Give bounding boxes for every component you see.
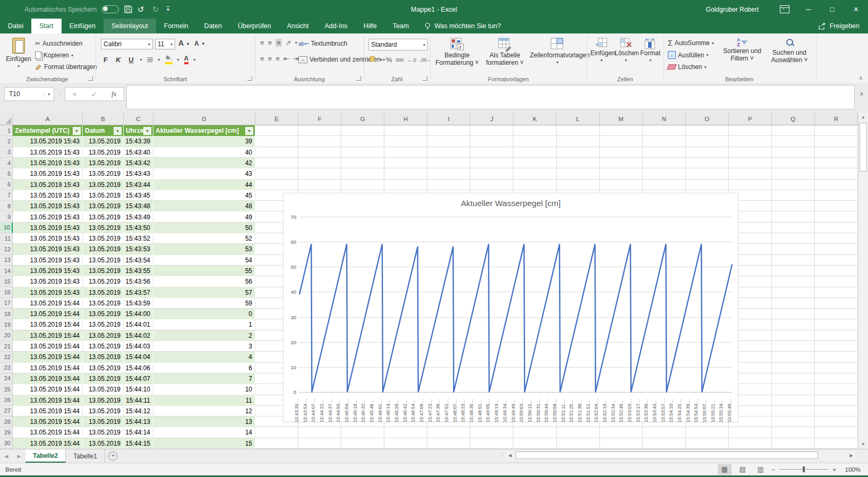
align-bottom-button[interactable]: ≡ [276,39,282,47]
table-row[interactable]: 13.05.2019 15:4413.05.201915:44:1010 [13,384,255,395]
row-header-27[interactable]: 27 [0,406,13,416]
table-cell[interactable]: 59 [153,298,255,309]
paste-button[interactable]: Einfügen ▾ [4,38,33,70]
row-header-29[interactable]: 29 [0,427,13,438]
table-cell[interactable]: 15:43:44 [124,179,153,190]
table-cell[interactable]: 13.05.2019 15:43 [13,255,83,266]
table-cell[interactable]: 13.05.2019 15:44 [13,373,83,384]
table-cell[interactable]: 13.05.2019 15:43 [13,179,83,190]
sheet-nav-right-icon[interactable]: ▶ [13,449,25,463]
table-cell[interactable]: 13.05.2019 15:44 [13,395,83,405]
format-painter-button[interactable]: Format übertragen [35,63,97,71]
decrease-font-button[interactable]: A▼ [194,40,205,47]
row-header-24[interactable]: 24 [0,373,13,384]
table-cell[interactable]: 15:43:45 [124,190,153,201]
filter-dropdown-icon[interactable]: ▼ [73,127,81,135]
table-cell[interactable]: 13.05.2019 [83,287,124,297]
table-cell[interactable]: 40 [153,147,255,158]
table-cell[interactable]: 13.05.2019 15:43 [13,201,83,211]
row-header-13[interactable]: 13 [0,255,13,266]
share-button[interactable]: Freigeben [810,19,868,33]
table-cell[interactable]: 13.05.2019 15:44 [13,352,83,362]
font-dialog-launcher[interactable] [247,76,252,81]
table-cell[interactable]: 13.05.2019 [83,276,124,287]
ribbon-display-options-button[interactable] [772,0,796,19]
row-header-3[interactable]: 3 [0,147,13,158]
table-cell[interactable]: 13.05.2019 [83,158,124,168]
table-cell[interactable]: 15:43:53 [124,244,153,254]
column-header-R[interactable]: R [815,113,858,125]
bold-button[interactable]: F [102,56,109,64]
column-header-M[interactable]: M [600,113,643,125]
table-cell[interactable]: 6 [153,363,255,373]
cell-styles-button[interactable]: Zellenformatvorlagen ▾ [530,38,585,66]
table-cell[interactable]: 13.05.2019 15:43 [13,168,83,179]
horizontal-scrollbar[interactable]: ◀ ▶ [505,451,856,460]
column-header-F[interactable]: F [298,113,341,125]
alignment-dialog-launcher[interactable] [356,76,361,81]
table-cell[interactable]: 13.05.2019 15:43 [13,223,83,233]
sheet-nav-left-icon[interactable]: ◀ [0,449,13,463]
insert-cells-button[interactable]: Einfügen ▾ [590,38,613,64]
row-header-5[interactable]: 5 [0,168,13,179]
table-row[interactable]: 13.05.2019 15:4413.05.201915:44:1111 [13,395,255,405]
table-cell[interactable]: 56 [153,276,255,287]
font-size-combo[interactable]: 11 ▾ [155,39,175,49]
column-header-N[interactable]: N [643,113,686,125]
autosum-button[interactable]: Σ AutoSumme ▾ [668,39,714,47]
table-cell[interactable]: 11 [153,395,255,405]
comma-style-button[interactable]: 000 [396,57,404,63]
row-header-11[interactable]: 11 [0,233,13,244]
table-cell[interactable]: 15:43:57 [124,287,153,297]
filter-dropdown-icon[interactable]: ▼ [114,127,122,135]
table-row[interactable]: 13.05.2019 15:4313.05.201915:43:3939 [13,136,255,147]
table-cell[interactable]: 13.05.2019 [83,309,124,319]
underline-button[interactable]: U [127,56,135,64]
vertical-scrollbar[interactable]: ▲ ▼ [858,113,868,449]
row-header-12[interactable]: 12 [0,244,13,254]
column-header-J[interactable]: J [470,113,513,125]
table-cell[interactable]: 13.05.2019 [83,352,124,362]
table-cell[interactable]: 14 [153,427,255,438]
table-cell[interactable]: 13.05.2019 15:43 [13,287,83,297]
ribbon-tab--berpr-fen[interactable]: Überprüfen [230,19,279,33]
table-cell[interactable]: 39 [153,136,255,147]
chart-object[interactable]: Aktueller Wasserpegel [cm] 0102030405060… [283,193,738,422]
column-header-G[interactable]: G [341,113,384,125]
table-cell[interactable]: 13.05.2019 [83,298,124,309]
row-header-15[interactable]: 15 [0,276,13,287]
table-cell[interactable]: 13.05.2019 [83,427,124,438]
grid-body[interactable]: 1234567891011121314151617181920212223242… [0,125,858,449]
table-cell[interactable]: 13.05.2019 [83,136,124,147]
decrease-indent-button[interactable]: ⇤ [283,55,289,63]
format-cells-button[interactable]: Format ▾ [639,38,661,64]
zoom-slider-handle[interactable] [803,466,805,472]
row-header-18[interactable]: 18 [0,309,13,319]
table-cell[interactable]: 13.05.2019 [83,416,124,427]
table-cell[interactable]: 13.05.2019 15:44 [13,330,83,341]
table-cell[interactable]: 15:43:52 [124,233,153,244]
table-row[interactable]: 13.05.2019 15:4413.05.201915:44:1414 [13,427,255,438]
table-cell[interactable]: 4 [153,352,255,362]
filter-dropdown-icon[interactable]: ▼ [143,127,151,135]
table-cell[interactable]: 13.05.2019 [83,438,124,449]
table-cell[interactable]: 13.05.2019 [83,147,124,158]
table-cell[interactable]: 13.05.2019 15:44 [13,298,83,309]
table-cell[interactable]: 15:43:43 [124,168,153,179]
table-row[interactable]: 13.05.2019 15:4313.05.201915:43:4545 [13,190,255,201]
zoom-out-button[interactable]: − [772,466,776,473]
font-color-button[interactable]: A [184,55,189,64]
table-cell[interactable]: 15:44:00 [124,309,153,319]
table-cell[interactable]: 54 [153,255,255,266]
row-header-20[interactable]: 20 [0,330,13,341]
borders-button[interactable]: ⊞ [147,55,153,64]
column-header-H[interactable]: H [384,113,427,125]
column-header-P[interactable]: P [729,113,772,125]
table-row[interactable]: 13.05.2019 15:4313.05.201915:43:4444 [13,179,255,190]
table-cell[interactable]: 15:44:07 [124,373,153,384]
find-select-button[interactable]: Suchen und Auswählen ˅ [767,38,812,64]
table-row[interactable]: 13.05.2019 15:4313.05.201915:43:4343 [13,168,255,179]
table-cell[interactable]: 15:44:02 [124,330,153,341]
ribbon-tab-einf-gen[interactable]: Einfügen [62,19,104,33]
table-cell[interactable]: 2 [153,330,255,341]
